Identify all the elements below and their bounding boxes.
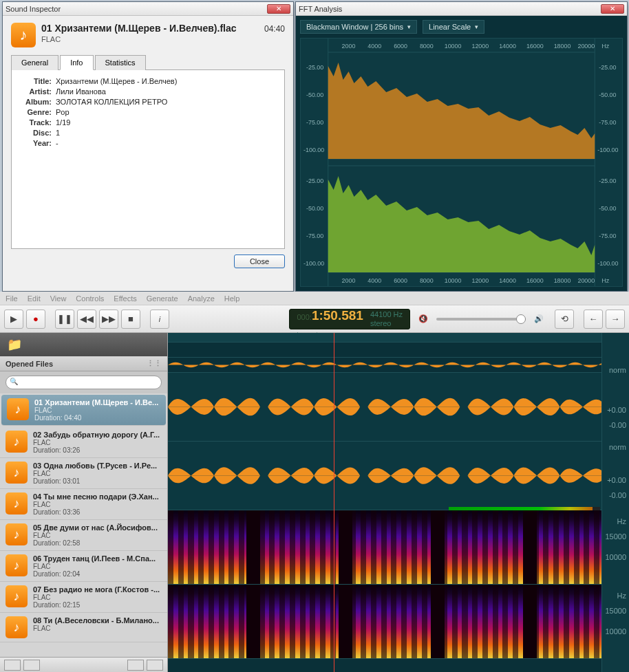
- tab-general[interactable]: General: [11, 55, 58, 70]
- svg-text:-50.00: -50.00: [306, 91, 323, 98]
- svg-text:-75.00: -75.00: [599, 119, 616, 126]
- list-item[interactable]: ♪ 07 Без радио не мога (Г.Костов -... FL…: [0, 582, 167, 613]
- menu-help[interactable]: Help: [224, 294, 240, 303]
- toolbar: ▶ ● ❚❚ ◀◀ ▶▶ ■ i 000:1:50.581 hr min sec…: [0, 305, 629, 333]
- list-item[interactable]: ♪ 02 Забудь обратную дорогу (А.Г... FLAC…: [0, 427, 167, 458]
- music-note-icon: ♪: [7, 398, 29, 420]
- search-input[interactable]: [6, 376, 162, 389]
- info-button[interactable]: i: [150, 310, 169, 329]
- list-item[interactable]: ♪ 06 Труден танц (И.Пеев - М.Спа... FLAC…: [0, 551, 167, 582]
- stop-button[interactable]: ■: [121, 310, 140, 329]
- window-title: Sound Inspector: [6, 5, 61, 13]
- svg-text:6000: 6000: [394, 43, 407, 50]
- fft-window-dropdown[interactable]: Blackman Window | 256 bins: [300, 20, 417, 34]
- list-item[interactable]: ♪ 04 Ты мне песню подари (Э.Хан... FLAC …: [0, 489, 167, 520]
- panel-title-bar: Opened Files ⋮⋮: [0, 356, 167, 371]
- svg-text:6000: 6000: [394, 277, 407, 284]
- svg-text:10000: 10000: [445, 277, 462, 284]
- svg-text:10000: 10000: [445, 43, 462, 50]
- sample-rate: 44100 Hz: [370, 310, 403, 318]
- svg-text:20000: 20000: [577, 277, 595, 284]
- fft-scale-dropdown[interactable]: Linear Scale: [423, 20, 484, 34]
- svg-text:-25.00: -25.00: [306, 177, 323, 184]
- rewind-button[interactable]: ◀◀: [77, 310, 96, 329]
- speaker-icon[interactable]: 🔊: [534, 314, 544, 323]
- menu-edit[interactable]: Edit: [28, 294, 41, 303]
- svg-text:12000: 12000: [471, 277, 489, 284]
- file-item-format: FLAC: [33, 625, 162, 632]
- sound-inspector-titlebar[interactable]: Sound Inspector ✕: [3, 2, 293, 16]
- zoom-in-button[interactable]: [147, 660, 163, 671]
- label-genre: Genre:: [21, 108, 52, 116]
- list-item[interactable]: ♪ 03 Одна любовь (Т.Русев - И.Ре... FLAC…: [0, 458, 167, 489]
- music-note-icon: ♪: [6, 616, 28, 638]
- svg-text:-100.00: -100.00: [303, 260, 324, 267]
- forward-button[interactable]: ▶▶: [99, 310, 118, 329]
- file-item-name: 01 Хризантеми (М.Щерев - И.Ве...: [34, 398, 160, 407]
- prev-button[interactable]: ←: [584, 310, 603, 329]
- next-button[interactable]: →: [606, 310, 625, 329]
- file-item-name: 05 Две думи от нас (А.Йосифов...: [33, 523, 162, 532]
- svg-text:20000: 20000: [577, 43, 595, 50]
- fft-titlebar[interactable]: FFT Analysis ✕: [296, 2, 627, 16]
- music-note-icon: ♪: [6, 585, 28, 607]
- value-album: ЗОЛОТАЯ КОЛЛЕКЦИЯ РЕТРО: [56, 98, 167, 106]
- menu-generate[interactable]: Generate: [147, 294, 178, 303]
- view-list-button[interactable]: [4, 660, 21, 671]
- menu-file[interactable]: File: [6, 294, 18, 303]
- file-item-format: FLAC: [33, 532, 162, 539]
- file-format: FLAC: [41, 35, 259, 43]
- menu-controls[interactable]: Controls: [76, 294, 104, 303]
- svg-text:16000: 16000: [526, 43, 544, 50]
- close-button[interactable]: Close: [234, 254, 285, 268]
- close-icon[interactable]: ✕: [267, 4, 290, 14]
- file-item-duration: Duration: 04:40: [34, 414, 160, 422]
- folder-icon[interactable]: 📁: [7, 337, 22, 352]
- label-title: Title:: [21, 77, 52, 85]
- file-item-duration: Duration: 02:04: [33, 570, 162, 578]
- loop-button[interactable]: ⟲: [555, 310, 574, 329]
- label-year: Year:: [21, 139, 52, 147]
- file-item-name: 08 Ти (А.Веселовски - Б.Милано...: [33, 616, 162, 625]
- tab-info[interactable]: Info: [60, 55, 93, 70]
- pause-button[interactable]: ❚❚: [55, 310, 74, 329]
- file-item-format: FLAC: [33, 470, 162, 477]
- time-display: 000:1:50.581 hr min sec 44100 Hz stereo: [289, 309, 410, 329]
- time-ruler[interactable]: [168, 333, 629, 343]
- list-item[interactable]: ♪ 08 Ти (А.Веселовски - Б.Милано... FLAC: [0, 613, 167, 642]
- svg-text:-100.00: -100.00: [597, 260, 618, 267]
- file-item-format: FLAC: [34, 407, 160, 414]
- music-note-icon: ♪: [6, 554, 28, 576]
- zoom-out-button[interactable]: [127, 660, 144, 671]
- list-item[interactable]: ♪ 01 Хризантеми (М.Щерев - И.Ве... FLAC …: [1, 395, 166, 426]
- grip-icon[interactable]: ⋮⋮: [147, 359, 162, 368]
- file-item-format: FLAC: [33, 563, 162, 570]
- svg-text:-50.00: -50.00: [599, 205, 616, 212]
- file-item-name: 03 Одна любовь (Т.Русев - И.Ре...: [33, 462, 162, 470]
- menu-effects[interactable]: Effects: [114, 294, 136, 303]
- file-item-format: FLAC: [33, 501, 162, 508]
- volume-slider[interactable]: [436, 318, 526, 321]
- music-note-icon: ♪: [11, 23, 36, 47]
- panel-title: Opened Files: [6, 360, 53, 368]
- file-list[interactable]: ♪ 01 Хризантеми (М.Щерев - И.Ве... FLAC …: [0, 393, 167, 657]
- value-genre: Pop: [56, 108, 70, 116]
- playhead[interactable]: [334, 333, 334, 672]
- tab-content-info: Title:Хризантеми (М.Щерев - И.Велчев) Ar…: [11, 70, 285, 249]
- list-item[interactable]: ♪ 05 Две думи от нас (А.Йосифов... FLAC …: [0, 520, 167, 551]
- file-item-duration: Duration: 03:36: [33, 508, 162, 516]
- close-icon[interactable]: ✕: [601, 4, 624, 14]
- fft-plot: -25.00-50.00-75.00-100.00 -25.00-50.00-7…: [300, 38, 623, 287]
- spectrogram-right: [168, 585, 629, 659]
- play-button[interactable]: ▶: [4, 310, 23, 329]
- menu-view[interactable]: View: [50, 294, 67, 303]
- record-button[interactable]: ●: [26, 310, 45, 329]
- menu-analyze[interactable]: Analyze: [188, 294, 215, 303]
- tab-statistics[interactable]: Statistics: [95, 55, 146, 70]
- waveform-panel[interactable]: 🔍: [168, 333, 629, 672]
- view-grid-button[interactable]: [23, 660, 40, 671]
- value-title: Хризантеми (М.Щерев - И.Велчев): [56, 77, 177, 85]
- left-panel: 📁 Opened Files ⋮⋮ ♪ 01 Хризантеми (М.Щер…: [0, 333, 168, 672]
- file-name: 01 Хризантеми (М.Щерев - И.Велчев).flac: [41, 23, 259, 34]
- speaker-mute-icon[interactable]: 🔇: [418, 314, 428, 323]
